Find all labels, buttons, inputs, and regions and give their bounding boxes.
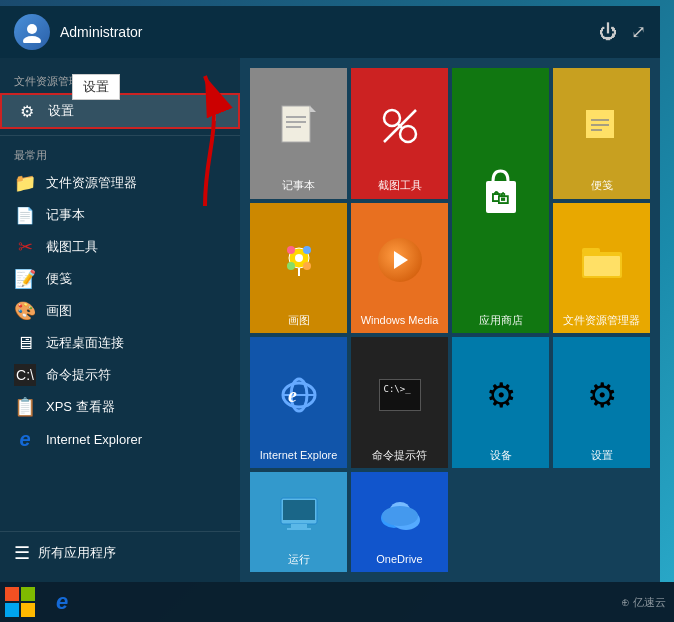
tile-media-label: Windows Media — [361, 314, 439, 327]
tile-snip[interactable]: 截图工具 — [351, 68, 448, 199]
settings-item[interactable]: ⚙ 设置 ▏ — [0, 93, 240, 129]
all-apps-icon: ☰ — [14, 542, 30, 564]
start-menu: Administrator ⏻ ⤢ 文件资源管理器 ⚙ 设置 — [0, 6, 660, 582]
tile-run-icon — [254, 480, 343, 549]
user-name: Administrator — [60, 24, 142, 40]
tile-sticky[interactable]: 便笺 — [553, 68, 650, 199]
taskbar-right: ⊕ 亿速云 — [621, 595, 674, 610]
power-button[interactable]: ⏻ — [599, 22, 617, 43]
svg-rect-28 — [584, 256, 620, 276]
tile-onedrive-label: OneDrive — [376, 553, 422, 566]
sticky-item-label: 便笺 — [46, 270, 72, 288]
list-item-filemanager[interactable]: 📁 文件资源管理器 — [0, 167, 240, 199]
left-panel: 文件资源管理器 ⚙ 设置 ▏ 设置 最常用 � — [0, 58, 240, 582]
tile-cmd-label: 命令提示符 — [372, 449, 427, 462]
tile-sticky-label: 便笺 — [591, 179, 613, 192]
taskbar: e ⊕ 亿速云 — [0, 582, 674, 622]
svg-point-40 — [382, 506, 418, 526]
tile-notepad-icon — [254, 76, 343, 175]
settings-icon: ⚙ — [16, 100, 38, 122]
tile-snip-icon — [355, 76, 444, 175]
tile-ie[interactable]: e Internet Explore — [250, 337, 347, 468]
ie-list-icon: e — [14, 428, 36, 450]
tile-ie-icon: e — [254, 345, 343, 444]
list-item-paint[interactable]: 🎨 画图 — [0, 295, 240, 327]
avatar — [14, 14, 50, 50]
list-item-sticky[interactable]: 📝 便笺 — [0, 263, 240, 295]
paint-icon: 🎨 — [14, 300, 36, 322]
tile-cmd-icon: C:\>_ — [355, 345, 444, 444]
tile-onedrive-icon — [355, 480, 444, 549]
user-info: Administrator — [14, 14, 142, 50]
svg-text:🛍: 🛍 — [491, 188, 509, 208]
filemanager-label: 文件资源管理器 — [0, 66, 240, 93]
expand-button[interactable]: ⤢ — [631, 21, 646, 43]
tile-ie-label: Internet Explore — [260, 449, 338, 462]
tile-notepad[interactable]: 记事本 — [250, 68, 347, 199]
sticky-icon: 📝 — [14, 268, 36, 290]
frequent-label: 最常用 — [0, 140, 240, 167]
list-item-cmd[interactable]: C:\ 命令提示符 — [0, 359, 240, 391]
list-item-notepad[interactable]: 📄 记事本 — [0, 199, 240, 231]
top-buttons: ⏻ ⤢ — [599, 21, 646, 43]
list-item-xps[interactable]: 📋 XPS 查看器 — [0, 391, 240, 423]
tile-media[interactable]: Windows Media — [351, 203, 448, 334]
tile-store-label: 应用商店 — [479, 314, 523, 327]
svg-point-7 — [384, 110, 400, 126]
svg-point-19 — [287, 246, 295, 254]
svg-rect-35 — [291, 524, 307, 528]
list-item-remote[interactable]: 🖥 远程桌面连接 — [0, 327, 240, 359]
filemanager-item-label: 文件资源管理器 — [46, 174, 137, 192]
svg-point-21 — [287, 262, 295, 270]
all-apps-label: 所有应用程序 — [38, 544, 116, 562]
pinned-items: 文件资源管理器 ⚙ 设置 ▏ — [0, 66, 240, 136]
tile-cmd[interactable]: C:\>_ 命令提示符 — [351, 337, 448, 468]
tile-run[interactable]: 运行 — [250, 472, 347, 572]
tile-store-icon: 🛍 — [456, 76, 545, 310]
svg-marker-14 — [614, 110, 618, 114]
snip-icon: ✂ — [14, 236, 36, 258]
svg-point-1 — [23, 36, 41, 43]
list-item-snip[interactable]: ✂ 截图工具 — [0, 231, 240, 263]
svg-point-23 — [295, 254, 303, 262]
folder-icon: 📁 — [14, 172, 36, 194]
tile-fileexplorer[interactable]: 文件资源管理器 — [553, 203, 650, 334]
tile-notepad-label: 记事本 — [282, 179, 315, 192]
tile-settings-icon: ⚙ — [557, 345, 646, 444]
svg-rect-27 — [582, 248, 600, 254]
tile-devices[interactable]: ⚙ 设备 — [452, 337, 549, 468]
notepad-item-label: 记事本 — [46, 206, 85, 224]
svg-text:e: e — [288, 384, 297, 406]
tile-devices-icon: ⚙ — [456, 345, 545, 444]
svg-marker-3 — [310, 106, 316, 112]
tile-paint[interactable]: 画图 — [250, 203, 347, 334]
remote-item-label: 远程桌面连接 — [46, 334, 124, 352]
tile-store[interactable]: 🛍 应用商店 — [452, 68, 549, 333]
notepad-icon: 📄 — [14, 204, 36, 226]
svg-rect-6 — [286, 126, 301, 128]
svg-rect-5 — [286, 121, 306, 123]
tile-fileexplorer-icon — [557, 211, 646, 310]
tile-media-icon — [355, 211, 444, 310]
taskbar-ie-button[interactable]: e — [42, 582, 82, 622]
svg-marker-25 — [394, 251, 408, 269]
watermark-text: ⊕ 亿速云 — [621, 595, 666, 610]
paint-item-label: 画图 — [46, 302, 72, 320]
tile-run-label: 运行 — [288, 553, 310, 566]
tile-fileexplorer-label: 文件资源管理器 — [563, 314, 640, 327]
svg-rect-2 — [282, 106, 310, 142]
start-menu-top: Administrator ⏻ ⤢ — [0, 6, 660, 58]
svg-point-22 — [303, 262, 311, 270]
cursor-icon: ▏ — [214, 102, 226, 121]
taskbar-start-button[interactable] — [0, 582, 40, 622]
tile-paint-label: 画图 — [288, 314, 310, 327]
windows-logo-icon — [5, 587, 35, 617]
tile-onedrive[interactable]: OneDrive — [351, 472, 448, 572]
cmd-icon: C:\ — [14, 364, 36, 386]
tile-settings[interactable]: ⚙ 设置 — [553, 337, 650, 468]
tile-devices-label: 设备 — [490, 449, 512, 462]
tile-snip-label: 截图工具 — [378, 179, 422, 192]
desktop: Administrator ⏻ ⤢ 文件资源管理器 ⚙ 设置 — [0, 0, 674, 622]
list-item-ie[interactable]: e Internet Explorer — [0, 423, 240, 455]
all-apps[interactable]: ☰ 所有应用程序 — [0, 531, 240, 574]
